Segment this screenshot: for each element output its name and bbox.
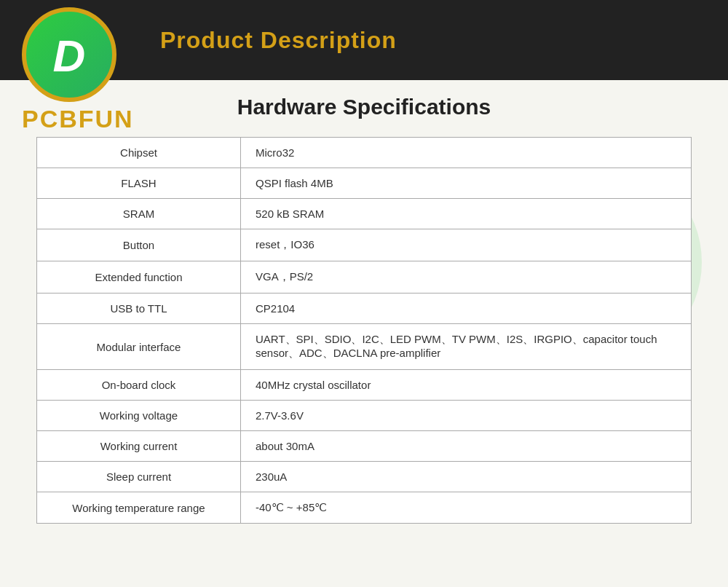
table-cell-label: Working current — [37, 431, 241, 462]
table-cell-value: QSPI flash 4MB — [241, 168, 692, 199]
table-cell-value: VGA，PS/2 — [241, 261, 692, 294]
spec-table: ChipsetMicro32FLASHQSPI flash 4MBSRAM520… — [36, 137, 692, 524]
table-row: FLASHQSPI flash 4MB — [37, 168, 692, 199]
table-row: Working temperature range-40℃ ~ +85℃ — [37, 492, 692, 524]
table-cell-label: On-board clock — [37, 370, 241, 401]
table-row: Extended functionVGA，PS/2 — [37, 261, 692, 294]
logo-letter: D — [53, 34, 86, 79]
table-cell-label: FLASH — [37, 168, 241, 199]
table-cell-label: Chipset — [37, 138, 241, 168]
table-row: ChipsetMicro32 — [37, 138, 692, 168]
table-cell-label: Working voltage — [37, 401, 241, 431]
table-cell-label: USB to TTL — [37, 294, 241, 324]
table-cell-value: 2.7V-3.6V — [241, 401, 692, 431]
logo-text: PCBFUN — [22, 105, 153, 133]
table-cell-value: CP2104 — [241, 294, 692, 324]
table-cell-value: 230uA — [241, 462, 692, 492]
table-row: Modular interfaceUART、SPI、SDIO、I2C、LED P… — [37, 324, 692, 370]
table-cell-value: UART、SPI、SDIO、I2C、LED PWM、TV PWM、I2S、IRG… — [241, 324, 692, 370]
table-row: Working currentabout 30mA — [37, 431, 692, 462]
logo-container: D PCBFUN — [7, 15, 153, 138]
logo-circle: D — [22, 7, 116, 102]
table-cell-label: Button — [37, 229, 241, 261]
table-row: USB to TTLCP2104 — [37, 294, 692, 324]
table-cell-value: about 30mA — [241, 431, 692, 462]
table-cell-label: Modular interface — [37, 324, 241, 370]
header-bar: D PCBFUN Product Description — [0, 0, 728, 80]
table-cell-value: Micro32 — [241, 138, 692, 168]
table-cell-value: 520 kB SRAM — [241, 199, 692, 229]
table-cell-value: 40MHz crystal oscillator — [241, 370, 692, 401]
table-cell-label: Sleep current — [37, 462, 241, 492]
table-cell-label: SRAM — [37, 199, 241, 229]
table-row: On-board clock40MHz crystal oscillator — [37, 370, 692, 401]
table-row: Buttonreset，IO36 — [37, 229, 692, 261]
header-title: Product Description — [160, 27, 397, 54]
logo-fun: FUN — [79, 105, 134, 133]
table-row: Sleep current230uA — [37, 462, 692, 492]
table-cell-value: -40℃ ~ +85℃ — [241, 492, 692, 524]
table-cell-value: reset，IO36 — [241, 229, 692, 261]
table-row: SRAM520 kB SRAM — [37, 199, 692, 229]
main-content: D Hardware Specifications ChipsetMicro32… — [0, 80, 728, 553]
table-cell-label: Working temperature range — [37, 492, 241, 524]
logo-pcb: PCB — [22, 105, 79, 133]
table-row: Working voltage2.7V-3.6V — [37, 401, 692, 431]
table-cell-label: Extended function — [37, 261, 241, 294]
